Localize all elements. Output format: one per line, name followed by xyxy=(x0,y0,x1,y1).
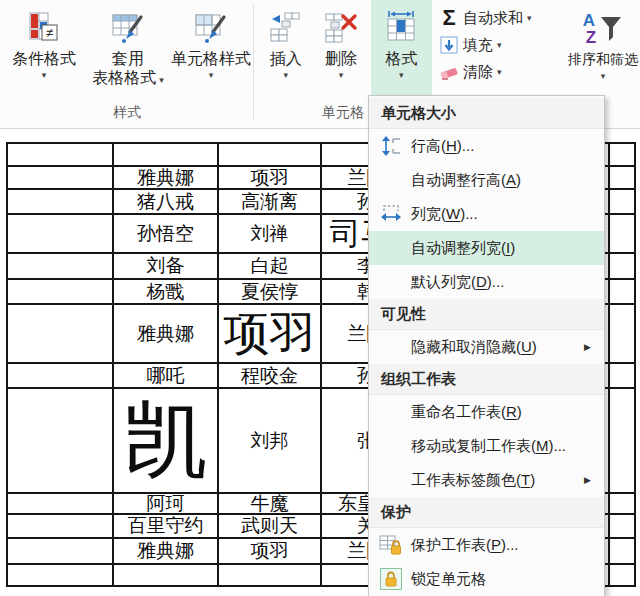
spreadsheet-cell[interactable]: 刘备 xyxy=(114,254,219,280)
fill-button[interactable]: 填充 ▾ xyxy=(438,35,560,55)
conditional-formatting-icon: ≠ xyxy=(26,7,62,49)
spreadsheet-cell[interactable] xyxy=(8,215,114,254)
insert-button[interactable]: 插入 ▾ xyxy=(260,0,311,99)
cell-text: 雅典娜 xyxy=(137,165,194,191)
spreadsheet-cell[interactable] xyxy=(8,190,114,215)
chevron-down-icon: ▾ xyxy=(42,70,47,80)
cell-text: 凯 xyxy=(124,399,208,483)
spreadsheet-cell[interactable]: 项羽 xyxy=(219,305,322,364)
spreadsheet-cell[interactable]: 刘邦 xyxy=(219,389,322,494)
spreadsheet-cell[interactable] xyxy=(8,494,114,515)
cell-text: 孙悟空 xyxy=(137,221,194,247)
spreadsheet-cell[interactable] xyxy=(610,280,636,305)
menu-item-rename-sheet[interactable]: 重命名工作表(R) xyxy=(369,395,604,429)
sort-filter-label: 排序和筛选 xyxy=(568,50,638,69)
spreadsheet-cell[interactable] xyxy=(219,565,322,587)
menu-item-autofit-column-width[interactable]: 自动调整列宽(I) xyxy=(369,231,604,265)
spreadsheet-cell[interactable]: 白起 xyxy=(219,254,322,280)
spreadsheet-cell[interactable] xyxy=(8,389,114,494)
menu-item-move-copy-sheet[interactable]: 移动或复制工作表(M)... xyxy=(369,429,604,463)
spreadsheet-cell[interactable] xyxy=(610,539,636,565)
spreadsheet-cell[interactable]: 程咬金 xyxy=(219,364,322,389)
chevron-down-icon: ▾ xyxy=(339,70,344,80)
menu-item-tab-color[interactable]: 工作表标签颜色(T)▶ xyxy=(369,463,604,497)
spreadsheet-cell[interactable]: 杨戬 xyxy=(114,280,219,305)
menu-item-hide-unhide[interactable]: 隐藏和取消隐藏(U)▶ xyxy=(369,330,604,364)
cell-text: 武则天 xyxy=(241,513,298,539)
spreadsheet-cell[interactable] xyxy=(610,389,636,494)
cell-text: 百里守约 xyxy=(128,513,204,539)
menu-item-lock-cell[interactable]: 锁定单元格 xyxy=(369,562,604,596)
menu-item-column-width[interactable]: 列宽(W)... xyxy=(369,197,604,231)
spreadsheet-cell[interactable] xyxy=(610,215,636,254)
spreadsheet-cell[interactable] xyxy=(8,515,114,539)
ribbon-group-styles: ≠ 条件格式 ▾ 套用 表格格式▾ xyxy=(0,0,254,127)
clear-button[interactable]: 清除 ▾ xyxy=(438,62,560,82)
spreadsheet-cell[interactable] xyxy=(610,190,636,215)
menu-item-label: 工作表标签颜色(T) xyxy=(411,471,535,490)
menu-header-protection: 保护 xyxy=(369,497,604,528)
spreadsheet-cell[interactable]: 牛魔 xyxy=(219,494,322,515)
delete-label: 删除 xyxy=(325,49,357,68)
cell-styles-button[interactable]: 单元格样式 ▾ xyxy=(168,0,254,99)
spreadsheet-cell[interactable] xyxy=(610,565,636,587)
menu-header-visibility: 可见性 xyxy=(369,299,604,330)
spreadsheet-cell[interactable] xyxy=(610,515,636,539)
spreadsheet-cell[interactable] xyxy=(610,167,636,190)
menu-item-default-width[interactable]: 默认列宽(D)... xyxy=(369,265,604,299)
spreadsheet-cell[interactable] xyxy=(8,565,114,587)
spreadsheet-cell[interactable]: 雅典娜 xyxy=(114,305,219,364)
submenu-arrow-icon: ▶ xyxy=(584,475,591,485)
spreadsheet-cell[interactable] xyxy=(8,144,114,167)
delete-button[interactable]: 删除 ▾ xyxy=(315,0,366,99)
spreadsheet-cell[interactable]: 凯 xyxy=(114,389,219,494)
clear-label: 清除 xyxy=(463,63,493,82)
spreadsheet-cell[interactable] xyxy=(8,539,114,565)
spreadsheet-cell[interactable]: 刘禅 xyxy=(219,215,322,254)
spreadsheet-cell[interactable]: 百里守约 xyxy=(114,515,219,539)
spreadsheet-cell[interactable] xyxy=(8,167,114,190)
spreadsheet-cell[interactable] xyxy=(610,364,636,389)
spreadsheet-cell[interactable]: 阿珂 xyxy=(114,494,219,515)
cell-text: 杨戬 xyxy=(147,279,185,305)
spreadsheet-cell[interactable]: 孙悟空 xyxy=(114,215,219,254)
spreadsheet-cell[interactable]: 武则天 xyxy=(219,515,322,539)
spreadsheet-cell[interactable]: 雅典娜 xyxy=(114,167,219,190)
format-as-table-button[interactable]: 套用 表格格式▾ xyxy=(88,0,168,99)
chevron-down-icon: ▾ xyxy=(497,67,502,77)
cell-styles-icon xyxy=(193,7,229,49)
spreadsheet-cell[interactable] xyxy=(610,144,636,167)
spreadsheet-cell[interactable] xyxy=(114,565,219,587)
sort-filter-icon: A Z xyxy=(581,8,625,50)
menu-item-row-height[interactable]: 行高(H)... xyxy=(369,129,604,163)
menu-item-label: 自动调整列宽(I) xyxy=(411,239,515,258)
spreadsheet-cell[interactable]: 高渐离 xyxy=(219,190,322,215)
spreadsheet-cell[interactable]: 夏侯惇 xyxy=(219,280,322,305)
format-button[interactable]: 格式 ▾ xyxy=(371,0,432,99)
cell-text: 刘邦 xyxy=(251,428,289,454)
spreadsheet-cell[interactable] xyxy=(8,254,114,280)
spreadsheet-cell[interactable] xyxy=(8,364,114,389)
menu-item-protect-sheet[interactable]: 保护工作表(P)... xyxy=(369,528,604,562)
autosum-button[interactable]: Σ 自动求和 ▾ xyxy=(438,8,560,28)
spreadsheet-cell[interactable] xyxy=(8,280,114,305)
spreadsheet-cell[interactable]: 猪八戒 xyxy=(114,190,219,215)
spreadsheet-cell[interactable] xyxy=(8,305,114,364)
conditional-formatting-label: 条件格式 xyxy=(12,49,76,68)
menu-item-autofit-row-height[interactable]: 自动调整行高(A) xyxy=(369,163,604,197)
conditional-formatting-button[interactable]: ≠ 条件格式 ▾ xyxy=(0,0,88,99)
spreadsheet-cell[interactable]: 项羽 xyxy=(219,539,322,565)
spreadsheet-cell[interactable]: 哪吒 xyxy=(114,364,219,389)
fill-label: 填充 xyxy=(463,36,493,55)
spreadsheet-cell[interactable]: 雅典娜 xyxy=(114,539,219,565)
insert-cells-icon xyxy=(268,7,304,49)
spreadsheet-cell[interactable] xyxy=(610,254,636,280)
spreadsheet-cell[interactable]: 项羽 xyxy=(219,167,322,190)
chevron-down-icon: ▾ xyxy=(399,70,404,80)
format-menu: 单元格大小行高(H)...自动调整行高(A)列宽(W)...自动调整列宽(I)默… xyxy=(368,95,605,596)
chevron-down-icon: ▾ xyxy=(209,70,214,80)
autosum-icon: Σ xyxy=(438,8,460,28)
spreadsheet-cell[interactable] xyxy=(610,305,636,364)
spreadsheet-cell[interactable] xyxy=(610,494,636,515)
cell-text: 白起 xyxy=(251,253,289,279)
